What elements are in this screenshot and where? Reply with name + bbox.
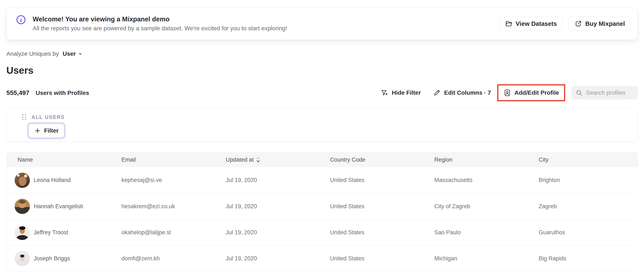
- external-link-icon: [575, 20, 582, 27]
- welcome-banner: Welcome! You are viewing a Mixpanel demo…: [6, 8, 638, 40]
- banner-title: Welcome! You are viewing a Mixpanel demo: [33, 15, 499, 24]
- cell-region: City of Zagreb: [434, 203, 539, 210]
- users-table: Name Email Updated at Country Code Regio…: [6, 152, 638, 272]
- cell-city: Guarulhos: [539, 229, 638, 236]
- avatar: [15, 173, 30, 188]
- cell-city: Zagreb: [539, 203, 638, 210]
- view-datasets-button[interactable]: View Datasets: [499, 17, 563, 31]
- filter-panel: ALL USERS Filter: [6, 108, 638, 142]
- add-edit-profile-label: Add/Edit Profile: [514, 89, 559, 96]
- table-header: Name Email Updated at Country Code Regio…: [6, 152, 638, 167]
- cell-email: okahelop@lalijpe.sl: [122, 229, 226, 236]
- table-row[interactable]: Joseph Briggs domfi@zem.kh Jul 19, 2020 …: [6, 245, 638, 271]
- cell-name: Leona Holland: [34, 177, 70, 183]
- analyze-uniques-value: User: [62, 50, 76, 57]
- cell-country-code: United States: [330, 229, 434, 236]
- cell-country-code: United States: [330, 255, 434, 262]
- hide-filter-button[interactable]: Hide Filter: [381, 89, 421, 97]
- table-row[interactable]: Leona Holland kephesaj@si.ve Jul 19, 202…: [6, 167, 638, 193]
- search-profiles-input[interactable]: [586, 89, 634, 96]
- search-profiles-box[interactable]: [572, 86, 638, 100]
- filter-plus-icon: [381, 89, 388, 97]
- profiles-count-value: 555,497: [6, 89, 29, 96]
- column-header-country-code[interactable]: Country Code: [330, 157, 434, 163]
- add-edit-profile-button[interactable]: Add/Edit Profile: [504, 89, 559, 97]
- cell-region: Massachusetts: [434, 177, 539, 183]
- cell-updated-at: Jul 19, 2020: [226, 229, 330, 236]
- column-header-email[interactable]: Email: [122, 157, 226, 163]
- folder-icon: [505, 20, 512, 27]
- add-filter-button[interactable]: Filter: [28, 124, 64, 138]
- plus-icon: [34, 128, 41, 134]
- cell-updated-at: Jul 19, 2020: [226, 255, 330, 262]
- edit-columns-label: Edit Columns · 7: [444, 89, 491, 96]
- analyze-uniques-selector[interactable]: User: [62, 50, 83, 57]
- cell-region: Sao Paulo: [434, 229, 539, 236]
- avatar: [15, 251, 30, 266]
- profiles-count: 555,497 Users with Profiles: [6, 89, 89, 96]
- buy-mixpanel-label: Buy Mixpanel: [585, 20, 625, 27]
- analyze-uniques-label: Analyze Uniques by: [6, 50, 59, 57]
- drag-handle-icon[interactable]: [22, 114, 27, 121]
- column-header-name[interactable]: Name: [18, 157, 122, 163]
- banner-subtitle: All the reports you see are powered by a…: [33, 24, 499, 33]
- avatar: [15, 199, 30, 214]
- page-title: Users: [6, 65, 34, 76]
- cell-email: hesakrem@ezi.co.uk: [122, 203, 226, 210]
- cell-city: Brighton: [539, 177, 638, 183]
- hide-filter-label: Hide Filter: [392, 89, 421, 96]
- cell-region: Michigan: [434, 255, 539, 262]
- add-edit-profile-highlight: Add/Edit Profile: [497, 84, 565, 101]
- cell-name: Jeffrey Troost: [34, 229, 68, 236]
- cell-updated-at: Jul 19, 2020: [226, 177, 330, 183]
- table-row[interactable]: Hannah Evangelisti hesakrem@ezi.co.uk Ju…: [6, 193, 638, 219]
- sort-icon[interactable]: [256, 157, 260, 163]
- buy-mixpanel-button[interactable]: Buy Mixpanel: [568, 17, 631, 31]
- profile-badge-icon: [504, 89, 511, 97]
- add-filter-label: Filter: [44, 127, 58, 134]
- cell-city: Big Rapids: [539, 255, 638, 262]
- column-header-region[interactable]: Region: [434, 157, 539, 163]
- cell-name: Hannah Evangelisti: [34, 203, 83, 210]
- avatar: [15, 225, 30, 240]
- column-header-updated-at[interactable]: Updated at: [226, 157, 330, 163]
- cell-updated-at: Jul 19, 2020: [226, 203, 330, 210]
- cell-email: domfi@zem.kh: [122, 255, 226, 262]
- info-icon: [16, 15, 26, 24]
- cell-country-code: United States: [330, 203, 434, 210]
- edit-columns-button[interactable]: Edit Columns · 7: [433, 89, 491, 97]
- cell-country-code: United States: [330, 177, 434, 183]
- search-icon: [576, 89, 582, 96]
- all-users-group-label: ALL USERS: [32, 114, 65, 120]
- chevron-down-icon: [78, 51, 83, 56]
- cell-email: kephesaj@si.ve: [122, 177, 226, 183]
- profiles-count-label: Users with Profiles: [36, 90, 89, 96]
- table-row[interactable]: Jeffrey Troost okahelop@lalijpe.sl Jul 1…: [6, 219, 638, 245]
- cell-name: Joseph Briggs: [34, 255, 70, 262]
- column-header-city[interactable]: City: [539, 157, 638, 163]
- pencil-icon: [433, 89, 441, 97]
- view-datasets-label: View Datasets: [516, 20, 557, 27]
